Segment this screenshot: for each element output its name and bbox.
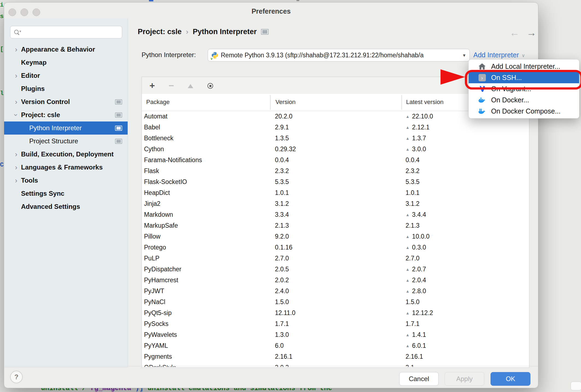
package-row-pulp[interactable]: PuLP 2.7.0 2.7.0	[142, 253, 529, 264]
package-row-babel[interactable]: Babel 2.9.1 ▲ 2.12.1	[142, 122, 529, 133]
menu-item-on-docker[interactable]: › V On Docker...	[469, 94, 579, 106]
package-latest-version: 3.1.2	[406, 200, 419, 207]
package-name: PuLP	[144, 255, 159, 262]
uninstall-package-button[interactable]: −	[169, 81, 174, 90]
package-row-pyhamcrest[interactable]: PyHamcrest 2.0.2 ▲ 2.0.4	[142, 275, 529, 286]
package-latest-version: 1.7.1	[406, 320, 419, 328]
package-row-pyjwt[interactable]: PyJWT 2.4.0 ▲ 2.8.0	[142, 286, 529, 296]
install-package-button[interactable]: +	[149, 81, 155, 90]
package-row-flask[interactable]: Flask 2.3.2 2.3.2	[142, 165, 529, 176]
package-row-pygments[interactable]: Pygments 2.16.1 2.16.1	[142, 351, 529, 362]
sidebar-item-settings-sync[interactable]: Settings Sync	[4, 187, 128, 200]
menu-item-label: On SSH...	[491, 74, 522, 82]
back-arrow-icon[interactable]: ←	[510, 27, 520, 38]
upgrade-package-button[interactable]	[188, 84, 193, 88]
sidebar-item-project-csle[interactable]: › Project: csle	[4, 108, 128, 121]
column-header-version[interactable]: Version	[275, 99, 295, 106]
package-row-bottleneck[interactable]: Bottleneck 1.3.5 ▲ 1.3.7	[142, 133, 529, 144]
package-row-cython[interactable]: Cython 0.29.32 ▲ 3.0.0	[142, 144, 529, 155]
add-interpreter-link[interactable]: Add Interpreter ∨	[473, 51, 525, 59]
upgrade-available-icon: ▲	[406, 343, 410, 348]
package-latest-version: 3.4.4	[412, 211, 426, 218]
interpreter-value: Remote Python 3.9.13 (sftp://shahab@172.…	[221, 52, 460, 59]
help-button[interactable]: ?	[10, 371, 23, 383]
sidebar-item-version-control[interactable]: › Version Control	[4, 95, 128, 108]
package-name: PyQt5-sip	[144, 309, 172, 317]
package-row-flask-socketio[interactable]: Flask-SocketIO 5.3.5 5.3.5	[142, 176, 529, 187]
package-row-pysocks[interactable]: PySocks 1.7.1 1.7.1	[142, 318, 529, 329]
package-name: Markdown	[144, 211, 173, 218]
package-name: Babel	[144, 124, 160, 131]
package-row-jinja2[interactable]: Jinja2 3.1.2 3.1.2	[142, 198, 529, 209]
interpreter-select[interactable]: v Remote Python 3.9.13 (sftp://shahab@17…	[208, 49, 470, 61]
apply-button[interactable]: Apply	[445, 372, 484, 386]
package-row-pyyaml[interactable]: PyYAML 6.0 ▲ 6.0.1	[142, 340, 529, 351]
package-row-pyqt5-sip[interactable]: PyQt5-sip 12.11.0 ▲ 12.12.2	[142, 307, 529, 318]
package-name: PyYAML	[144, 342, 168, 349]
package-name: PyJWT	[144, 287, 164, 295]
menu-item-on-ssh[interactable]: › V On SSH...	[469, 72, 579, 83]
column-separator	[401, 95, 402, 110]
forward-arrow-icon[interactable]: →	[527, 27, 536, 38]
cancel-button[interactable]: Cancel	[399, 372, 439, 386]
menu-item-label: On Docker Compose...	[491, 107, 561, 115]
package-row-pynacl[interactable]: PyNaCl 1.5.0 1.5.0	[142, 296, 529, 307]
breadcrumb: Project: csle › Python Interpreter	[138, 28, 269, 36]
package-row-markdown[interactable]: Markdown 3.3.4 ▲ 3.4.4	[142, 209, 529, 220]
breadcrumb-separator: ›	[186, 28, 189, 36]
expand-chevron-icon[interactable]: ›	[12, 46, 20, 53]
sidebar-item-tools[interactable]: › Tools	[4, 174, 128, 187]
expand-chevron-icon[interactable]: ›	[12, 111, 20, 119]
sidebar-item-build-execution-deployment[interactable]: › Build, Execution, Deployment	[4, 148, 128, 161]
column-header-latest-version[interactable]: Latest version	[406, 99, 444, 106]
package-version: 2.7.0	[275, 255, 289, 262]
sidebar-item-label: Appearance & Behavior	[21, 46, 95, 53]
sidebar-item-label: Keymap	[21, 59, 46, 66]
package-row-farama-notifications[interactable]: Farama-Notifications 0.0.4 0.0.4	[142, 155, 529, 165]
package-version: 3.3.4	[275, 211, 289, 218]
expand-chevron-icon[interactable]: ›	[12, 72, 20, 79]
background-terminal-left-fragments: i(s[lC	[0, 0, 4, 392]
package-name: PyNaCl	[144, 298, 165, 306]
sidebar-search-box[interactable]: ▾	[10, 26, 122, 38]
menu-item-on-vagrant[interactable]: › V On Vagrant...	[469, 83, 579, 94]
expand-chevron-icon[interactable]: ›	[12, 164, 20, 171]
interpreter-label: Python Interpreter:	[142, 51, 196, 59]
expand-chevron-icon[interactable]: ›	[12, 177, 20, 184]
column-separator	[270, 95, 271, 110]
sidebar-item-appearance-behavior[interactable]: › Appearance & Behavior	[4, 43, 128, 56]
search-input[interactable]	[24, 27, 120, 38]
package-row-pillow[interactable]: Pillow 9.2.0 ▲ 10.0.0	[142, 231, 529, 242]
package-row-protego[interactable]: Protego 0.1.16 ▲ 0.3.0	[142, 242, 529, 253]
package-name: HeapDict	[144, 189, 170, 197]
upgrade-available-icon: ▲	[406, 212, 410, 217]
sidebar-item-project-structure[interactable]: Project Structure	[4, 135, 128, 148]
sidebar-item-keymap[interactable]: Keymap	[4, 56, 128, 69]
sidebar-item-python-interpreter[interactable]: Python Interpreter	[4, 121, 128, 135]
package-latest-version: 2.0.4	[412, 277, 426, 284]
package-version: 2.9.1	[275, 124, 289, 131]
sidebar-item-plugins[interactable]: Plugins	[4, 82, 128, 95]
package-latest-version: 0.3.0	[412, 244, 426, 251]
package-row-heapdict[interactable]: HeapDict 1.0.1 1.0.1	[142, 187, 529, 198]
expand-chevron-icon[interactable]: ›	[12, 98, 20, 106]
package-name: PyWavelets	[144, 331, 177, 338]
package-version: 1.0.1	[275, 189, 289, 197]
menu-item-add-local-interpreter[interactable]: › V Add Local Interpreter...	[469, 61, 579, 72]
package-row-pydispatcher[interactable]: PyDispatcher 2.0.5 ▲ 2.0.7	[142, 264, 529, 275]
sidebar-item-editor[interactable]: › Editor	[4, 69, 128, 82]
sidebar-item-label: Project: csle	[21, 111, 60, 119]
breadcrumb-project[interactable]: Project: csle	[138, 28, 182, 36]
column-header-package[interactable]: Package	[146, 99, 170, 106]
sidebar-item-languages-frameworks[interactable]: › Languages & Frameworks	[4, 161, 128, 174]
package-version: 2.16.1	[275, 353, 292, 360]
package-row-markupsafe[interactable]: MarkupSafe 2.1.3 2.1.3	[142, 220, 529, 231]
sidebar-item-advanced-settings[interactable]: Advanced Settings	[4, 200, 128, 213]
expand-chevron-icon[interactable]: ›	[12, 150, 20, 158]
ok-button[interactable]: OK	[491, 372, 530, 386]
menu-item-on-docker-compose[interactable]: › V On Docker Compose...	[469, 106, 579, 117]
sidebar-item-label: Build, Execution, Deployment	[21, 150, 114, 158]
package-row-pywavelets[interactable]: PyWavelets 1.3.0 ▲ 1.4.1	[142, 329, 529, 340]
show-early-releases-button[interactable]	[207, 83, 213, 89]
package-version: 5.3.5	[275, 178, 289, 186]
